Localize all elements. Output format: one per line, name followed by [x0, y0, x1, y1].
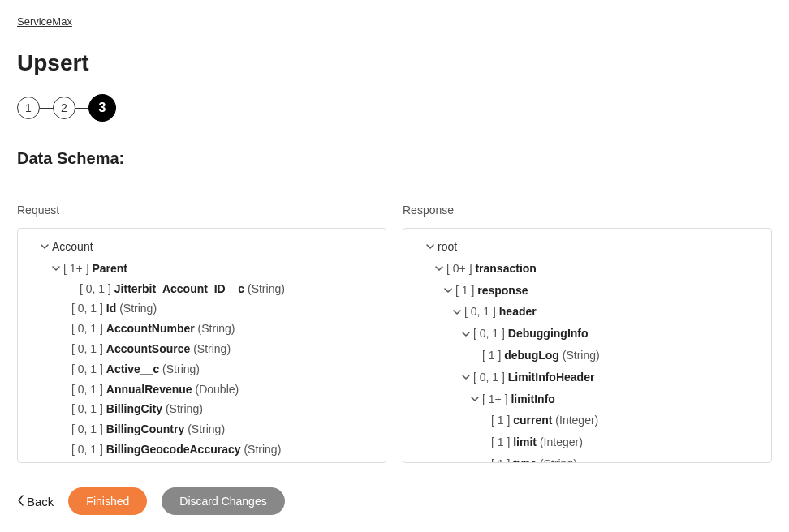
- tree-node-account[interactable]: Account: [24, 238, 379, 255]
- chevron-down-icon[interactable]: [450, 308, 464, 316]
- tree-node[interactable]: [ 1 ] type (String): [410, 456, 765, 463]
- tree-node[interactable]: [ 0, 1 ] header: [410, 303, 765, 320]
- chevron-down-icon[interactable]: [459, 373, 473, 381]
- chevron-down-icon[interactable]: [37, 242, 52, 251]
- step-3[interactable]: 3: [88, 94, 116, 122]
- back-label: Back: [27, 495, 54, 508]
- step-connector: [75, 108, 88, 109]
- finished-button[interactable]: Finished: [68, 487, 147, 515]
- chevron-down-icon[interactable]: [441, 286, 455, 294]
- stepper: 1 2 3: [17, 94, 772, 122]
- tree-node[interactable]: [ 1 ] current (Integer): [410, 412, 765, 429]
- discard-button[interactable]: Discard Changes: [162, 487, 284, 515]
- back-link[interactable]: Back: [17, 495, 54, 508]
- response-schema-box[interactable]: root[ 0+ ] transaction[ 1 ] response[ 0,…: [403, 228, 772, 463]
- chevron-down-icon[interactable]: [49, 264, 63, 272]
- step-connector: [40, 108, 53, 109]
- tree-node-root[interactable]: root: [410, 238, 765, 255]
- tree-leaf[interactable]: [ 0, 1 ] BillingCity (String): [24, 401, 379, 418]
- chevron-down-icon[interactable]: [468, 395, 482, 403]
- step-1[interactable]: 1: [17, 97, 40, 119]
- chevron-down-icon[interactable]: [432, 264, 446, 272]
- tree-leaf[interactable]: [ 0, 1 ] AccountNumber (String): [24, 320, 379, 337]
- response-column: Response root[ 0+ ] transaction[ 1 ] res…: [403, 204, 772, 463]
- tree-leaf[interactable]: [ 0, 1 ] AccountSource (String): [24, 341, 379, 358]
- chevron-down-icon[interactable]: [423, 242, 438, 251]
- step-2[interactable]: 2: [53, 97, 75, 119]
- tree-leaf[interactable]: [ 0, 1 ] Jitterbit_Account_ID__c (String…: [24, 281, 379, 298]
- tree-node-parent[interactable]: [ 1+ ] Parent: [24, 260, 379, 277]
- tree-node[interactable]: [ 0+ ] transaction: [410, 260, 765, 277]
- section-title: Data Schema:: [17, 149, 772, 168]
- request-label: Request: [17, 204, 386, 217]
- footer: Back Finished Discard Changes: [17, 487, 772, 515]
- tree-node[interactable]: [ 1 ] response: [410, 282, 765, 299]
- tree-node[interactable]: [ 1+ ] limitInfo: [410, 391, 765, 408]
- tree-leaf[interactable]: [ 0, 1 ] BillingLatitude (Double): [24, 461, 379, 463]
- tree-node[interactable]: [ 0, 1 ] DebuggingInfo: [410, 325, 765, 342]
- tree-node[interactable]: [ 0, 1 ] LimitInfoHeader: [410, 369, 765, 386]
- request-schema-box[interactable]: Account[ 1+ ] Parent[ 0, 1 ] Jitterbit_A…: [17, 228, 386, 463]
- tree-node[interactable]: [ 1 ] limit (Integer): [410, 434, 765, 451]
- tree-leaf[interactable]: [ 0, 1 ] BillingGeocodeAccuracy (String): [24, 441, 379, 458]
- page-title: Upsert: [17, 50, 772, 76]
- response-label: Response: [403, 204, 772, 217]
- tree-leaf[interactable]: [ 0, 1 ] Active__c (String): [24, 361, 379, 378]
- chevron-down-icon[interactable]: [459, 330, 473, 338]
- tree-leaf[interactable]: [ 0, 1 ] Id (String): [24, 300, 379, 317]
- tree-leaf[interactable]: [ 0, 1 ] BillingCountry (String): [24, 421, 379, 438]
- chevron-left-icon: [17, 495, 24, 508]
- tree-node[interactable]: [ 1 ] debugLog (String): [410, 347, 765, 364]
- breadcrumb-servicemax[interactable]: ServiceMax: [17, 15, 72, 28]
- tree-leaf[interactable]: [ 0, 1 ] AnnualRevenue (Double): [24, 381, 379, 398]
- request-column: Request Account[ 1+ ] Parent[ 0, 1 ] Jit…: [17, 204, 386, 463]
